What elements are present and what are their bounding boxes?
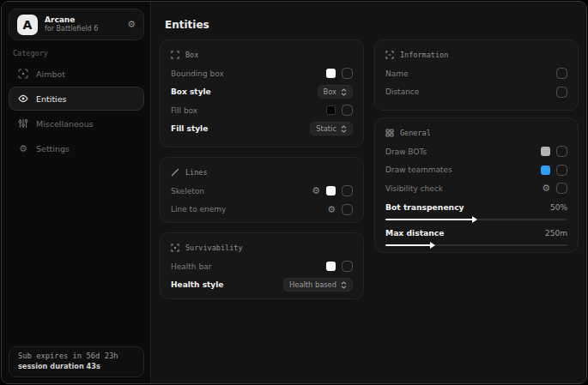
bot-transparency-group: Bot transpenency 50% [385,201,567,223]
setting-label: Draw teammates [385,165,541,174]
crosshair-icon [18,69,28,79]
slider-label: Bot transpenency [385,202,550,212]
panel-box: Box Bounding box Box style Box [160,39,364,147]
setting-row: Fill box [171,101,353,120]
draw-bots-checkbox[interactable] [556,146,567,157]
unfold-icon [341,281,347,289]
fill-box-checkbox[interactable] [342,105,353,116]
slider-value: 250m [545,229,567,238]
slider-label: Max distance [385,228,545,238]
panel-title: Information [400,51,448,59]
setting-row: Box style Box [171,83,353,102]
panel-lines: Lines Skeleton ⚙ Line to enemy ⚙ [160,157,364,223]
survivability-icon [171,244,179,252]
unfold-icon [341,88,347,96]
box-brackets-icon [171,51,179,59]
sub-expiry-text: Sub expires in 56d 23h [18,352,135,360]
app-logo: A [17,15,38,35]
setting-label: Fill box [171,106,326,115]
skeleton-settings-gear-icon[interactable]: ⚙ [312,186,320,196]
sidebar-item-label: Miscellaneous [36,119,94,129]
distance-checkbox[interactable] [556,87,567,98]
setting-row: Draw BOTs [385,142,567,161]
color-swatch[interactable] [541,147,550,156]
panel-title: General [400,129,431,137]
setting-row: Health bar [171,257,353,276]
setting-row: Draw teammates [385,161,567,180]
panel-title: Box [185,51,198,59]
page-title: Entities [165,19,209,31]
sidebar-item-miscellaneous[interactable]: Miscellaneous [9,111,144,135]
setting-label: Skeleton [171,187,312,196]
color-swatch[interactable] [326,262,336,271]
panel-title: Lines [185,168,208,177]
box-style-dropdown[interactable]: Box [318,85,353,99]
name-checkbox[interactable] [556,68,567,79]
fill-style-dropdown[interactable]: Static [310,122,353,135]
color-swatch[interactable] [326,186,336,196]
subscription-card: Sub expires in 56d 23h session duration … [9,346,144,377]
slider-thumb[interactable] [430,242,435,249]
draw-teammates-checkbox[interactable] [556,165,567,176]
app-name: Arcane [45,15,120,25]
setting-label: Health style [171,280,283,289]
gear-icon: ⚙ [18,143,28,153]
color-swatch[interactable] [326,105,336,115]
setting-label: Draw BOTs [385,147,541,156]
setting-label: Health bar [171,262,326,271]
brand-card: A Arcane for Battlefield 6 ⚙ [9,9,144,40]
app-subtitle: for Battlefield 6 [45,25,120,33]
bounding-box-checkbox[interactable] [342,68,353,79]
unfold-icon [341,125,347,133]
health-bar-checkbox[interactable] [342,261,353,272]
color-swatch[interactable] [326,69,336,78]
brand-gear-icon[interactable]: ⚙ [127,19,136,30]
sidebar-nav: Aimbot Entities [9,62,144,161]
setting-label: Fill style [171,124,310,133]
setting-row: Skeleton ⚙ [171,182,353,201]
sidebar-item-entities[interactable]: Entities [9,87,144,111]
setting-row: Name [385,64,567,83]
setting-label: Line to enemy [171,205,327,214]
panel-survivability: Survivability Health bar Health style He… [160,232,364,299]
skeleton-checkbox[interactable] [342,185,353,196]
session-duration-text: session duration 43s [18,362,135,370]
setting-label: Visibility check [385,184,542,193]
setting-row: Bounding box [171,64,353,83]
setting-row: Fill style Static [171,120,353,139]
setting-label: Distance [385,87,556,96]
information-icon [385,51,394,59]
max-distance-slider[interactable] [385,242,567,249]
setting-label: Name [385,69,556,78]
panel-information: Information Name Distance [374,39,579,111]
sidebar-item-aimbot[interactable]: Aimbot [9,62,144,86]
sidebar-item-label: Aimbot [36,69,65,79]
color-swatch[interactable] [541,165,550,175]
category-label: Category [13,49,48,57]
eye-icon [18,93,28,104]
visibility-check-settings-gear-icon[interactable]: ⚙ [542,183,550,193]
setting-label: Box style [171,87,318,96]
setting-label: Bounding box [171,69,326,78]
grid-icon [385,129,394,137]
visibility-check-checkbox[interactable] [556,183,567,194]
sidebar-item-label: Entities [36,94,67,104]
sliders-icon [18,118,28,129]
sidebar-item-settings[interactable]: ⚙ Settings [9,136,144,160]
main-content: Entities Box Bounding box Box style [152,2,586,383]
line-to-enemy-settings-gear-icon[interactable]: ⚙ [327,205,336,214]
setting-row: Line to enemy ⚙ [171,201,353,220]
panel-general: General Draw BOTs Draw teammates Visibil… [374,117,579,253]
line-to-enemy-checkbox[interactable] [342,204,353,215]
setting-row: Visibility check ⚙ [385,179,567,198]
slider-value: 50% [550,203,567,212]
sidebar-item-label: Settings [36,144,70,153]
panel-title: Survivability [185,244,243,252]
sidebar: A Arcane for Battlefield 6 ⚙ Category Ai… [2,2,151,383]
bot-transparency-slider[interactable] [385,216,567,223]
health-style-dropdown[interactable]: Health based [283,278,353,292]
slider-thumb[interactable] [472,216,477,223]
diagonal-line-icon [171,168,179,177]
max-distance-group: Max distance 250m [385,226,567,249]
app-window: A Arcane for Battlefield 6 ⚙ Category Ai… [1,1,587,384]
